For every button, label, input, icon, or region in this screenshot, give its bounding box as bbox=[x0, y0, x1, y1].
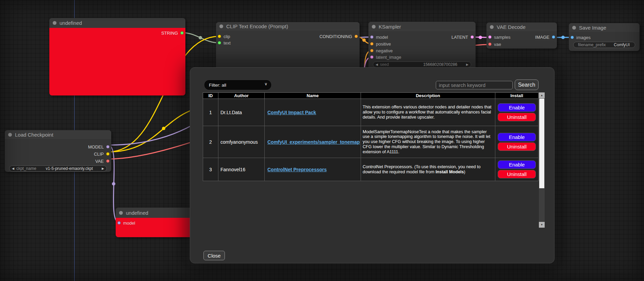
slot-dot-images[interactable] bbox=[571, 36, 574, 39]
close-button[interactable]: Close bbox=[203, 251, 225, 260]
previous-arrow-icon[interactable]: ◀ bbox=[12, 167, 14, 170]
node-header[interactable]: VAE Decode bbox=[486, 22, 557, 31]
extension-link[interactable]: ControlNet Preprocessors bbox=[267, 167, 327, 172]
node-title: undefined bbox=[60, 20, 82, 26]
enable-button[interactable]: Enable bbox=[498, 160, 536, 169]
node-collapse-dot-icon[interactable] bbox=[572, 26, 576, 30]
filter-select[interactable]: Filter: all bbox=[204, 80, 271, 90]
slot-dot-model[interactable] bbox=[117, 221, 121, 225]
slot-dot-string[interactable] bbox=[180, 31, 184, 35]
node-header[interactable]: KSampler bbox=[368, 22, 476, 31]
node-save-image[interactable]: Save Image images filename_prefix ComfyU… bbox=[569, 23, 640, 51]
slot-dot-image[interactable] bbox=[552, 35, 555, 39]
node-header[interactable]: undefined bbox=[49, 18, 185, 28]
col-header-description: Description bbox=[361, 93, 495, 99]
input-slot-negative[interactable]: negative bbox=[370, 47, 393, 54]
extension-link[interactable]: ComfyUI Impact Pack bbox=[267, 110, 316, 115]
input-slot-text[interactable]: text bbox=[218, 39, 231, 46]
slot-label: negative bbox=[376, 48, 393, 53]
input-slot-samples[interactable]: samples bbox=[488, 34, 510, 40]
node-undefined-top[interactable]: undefined STRING bbox=[49, 18, 185, 95]
slot-dot-vae[interactable] bbox=[106, 159, 110, 163]
slot-label: latent_image bbox=[376, 55, 401, 60]
node-load-checkpoint[interactable]: Load Checkpoint MODEL CLIP VAE ◀ ckpt_na… bbox=[5, 130, 111, 172]
input-slot-clip[interactable]: clip bbox=[218, 33, 230, 40]
uninstall-button[interactable]: Uninstall bbox=[498, 170, 536, 178]
node-vae-decode[interactable]: VAE Decode samples vae IMAGE bbox=[486, 22, 557, 49]
cell-author: Dr.Lt.Data bbox=[218, 99, 265, 126]
input-slot-model[interactable]: model bbox=[370, 34, 388, 40]
node-header[interactable]: Save Image bbox=[569, 23, 640, 32]
input-slot-images[interactable]: images bbox=[571, 34, 591, 41]
enable-button[interactable]: Enable bbox=[498, 103, 536, 112]
search-button[interactable]: Search bbox=[515, 80, 539, 90]
output-slot-conditioning[interactable]: CONDITIONING bbox=[319, 33, 358, 40]
slot-dot-clip[interactable] bbox=[106, 152, 110, 156]
output-slot-vae[interactable]: VAE bbox=[95, 158, 110, 164]
uninstall-button[interactable]: Uninstall bbox=[498, 142, 536, 151]
scroll-up-icon[interactable]: ▲ bbox=[539, 92, 545, 98]
slot-dot-samples[interactable] bbox=[488, 35, 492, 39]
scrollbar-thumb[interactable] bbox=[539, 99, 544, 188]
extension-link[interactable]: ComfyUI_experiments/sampler_tonemap bbox=[267, 139, 360, 145]
node-collapse-dot-icon[interactable] bbox=[372, 25, 376, 29]
filename-prefix-widget[interactable]: filename_prefix ComfyUI bbox=[573, 42, 635, 48]
slot-dot-model[interactable] bbox=[370, 35, 374, 39]
input-slot-model[interactable]: model bbox=[117, 219, 135, 226]
slot-label: text bbox=[224, 40, 231, 46]
input-slot-positive[interactable]: positive bbox=[370, 40, 391, 47]
slot-dot-clip[interactable] bbox=[218, 35, 221, 38]
col-header-install: Install bbox=[495, 93, 539, 99]
node-collapse-dot-icon[interactable] bbox=[219, 24, 223, 28]
node-collapse-dot-icon[interactable] bbox=[490, 25, 494, 29]
scroll-down-icon[interactable]: ▼ bbox=[539, 222, 545, 228]
node-header[interactable]: CLIP Text Encode (Prompt) bbox=[216, 22, 360, 31]
slot-dot-negative[interactable] bbox=[370, 49, 374, 52]
wire-dot-latent bbox=[479, 36, 482, 39]
search-input[interactable] bbox=[436, 81, 513, 89]
node-title: Save Image bbox=[579, 25, 606, 31]
cell-description: ControlNet Preprocessors. (To use this e… bbox=[361, 158, 495, 181]
slot-dot-model[interactable] bbox=[106, 145, 110, 148]
description-text: ModelSamplerTonemapNoiseTest a node that… bbox=[363, 129, 490, 154]
increment-arrow-icon[interactable]: ▶ bbox=[466, 63, 468, 66]
cell-description: ModelSamplerTonemapNoiseTest a node that… bbox=[361, 126, 495, 158]
table-scrollbar[interactable]: ▲ ▼ bbox=[539, 92, 545, 228]
slot-label: vae bbox=[494, 42, 501, 47]
slot-dot-positive[interactable] bbox=[370, 42, 374, 46]
wire-dot-model bbox=[112, 182, 115, 186]
slot-label: LATENT bbox=[451, 35, 468, 40]
output-slot-latent[interactable]: LATENT bbox=[451, 34, 474, 40]
output-slot-string[interactable]: STRING bbox=[161, 30, 184, 36]
output-slot-clip[interactable]: CLIP bbox=[94, 151, 110, 157]
node-header[interactable]: Load Checkpoint bbox=[5, 130, 111, 139]
slot-dot-vae[interactable] bbox=[488, 42, 492, 46]
table-row: 3 Fannovel16 ControlNet Preprocessors Co… bbox=[203, 158, 539, 181]
uninstall-button[interactable]: Uninstall bbox=[498, 113, 536, 121]
input-slot-vae[interactable]: vae bbox=[488, 41, 501, 48]
node-title: undefined bbox=[126, 210, 148, 216]
enable-button[interactable]: Enable bbox=[498, 133, 536, 141]
node-collapse-dot-icon[interactable] bbox=[8, 133, 12, 137]
description-bold-text: Install Models bbox=[435, 170, 464, 174]
output-slot-image[interactable]: IMAGE bbox=[535, 34, 555, 40]
node-collapse-dot-icon[interactable] bbox=[53, 21, 56, 25]
slot-dot-conditioning[interactable] bbox=[354, 35, 358, 38]
slot-dot-latent[interactable] bbox=[470, 35, 474, 39]
wire-dot-clip bbox=[162, 127, 165, 130]
node-title: CLIP Text Encode (Prompt) bbox=[226, 23, 288, 29]
next-arrow-icon[interactable]: ▶ bbox=[102, 167, 104, 170]
node-title: KSampler bbox=[379, 24, 401, 30]
cell-author: comfyanonymous bbox=[218, 126, 265, 158]
slot-dot-latent-image[interactable] bbox=[370, 55, 374, 59]
decrement-arrow-icon[interactable]: ◀ bbox=[376, 63, 378, 66]
slot-label: positive bbox=[376, 41, 391, 47]
slot-dot-text[interactable] bbox=[218, 41, 221, 45]
cell-id: 3 bbox=[203, 158, 218, 181]
node-collapse-dot-icon[interactable] bbox=[119, 211, 123, 215]
input-slot-latent-image[interactable]: latent_image bbox=[370, 54, 401, 60]
ckpt-name-widget[interactable]: ◀ ckpt_name v1-5-pruned-emaonly.ckpt ▶ bbox=[9, 165, 107, 172]
seed-widget[interactable]: ◀ seed 156680208700286 ▶ bbox=[373, 62, 471, 68]
node-title: Load Checkpoint bbox=[15, 132, 53, 138]
output-slot-model[interactable]: MODEL bbox=[88, 143, 110, 150]
